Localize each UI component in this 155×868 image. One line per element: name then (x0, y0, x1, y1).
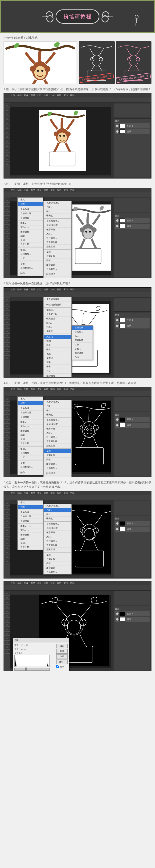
svg-point-28 (85, 231, 87, 232)
chalk-result-pink: 大王叫我来巡山 抓个人仔细一看 (116, 41, 152, 84)
ps-window-2: 文件编辑图像图层类型选择滤镜视图窗口帮助 (4, 188, 151, 278)
menu-select[interactable]: 选择 (44, 94, 48, 97)
ps-canvas-area[interactable] (10, 103, 114, 178)
svg-rect-52 (75, 550, 104, 567)
svg-point-45 (90, 429, 92, 430)
svg-point-55 (67, 620, 81, 634)
ps-window-5b: 文件编辑图像图层类型选择滤镜视图窗口帮助 (4, 581, 151, 671)
svg-point-3 (44, 66, 50, 72)
auto-button[interactable]: 自动 (56, 654, 68, 659)
visibility-icon[interactable] (116, 130, 118, 133)
histogram (14, 655, 50, 667)
canvas-monkey-inverted (65, 505, 114, 574)
image-menu-popup[interactable]: 模式 调整 自动色调 自动对比度 自动颜色 图像大小... 画布大小... 图像… (17, 500, 43, 550)
ps-panels[interactable]: 图层 图层 1 背景 (114, 103, 151, 178)
svg-point-29 (89, 231, 91, 232)
image-menu-popup[interactable]: 模式 调整 自动色调 自动对比度 自动颜色 图像大小... 画布大小... 图像… (17, 197, 43, 276)
step1-text: 1.选一张小伙伴们喜欢的图片简单抠图拖进PS里，因为今年是猴年嘛，所以我就选择了… (4, 87, 151, 92)
move-tool-icon[interactable] (4, 103, 10, 107)
options-button[interactable]: 选项... (56, 659, 68, 664)
step4-text: 4.点击：图像—调整—反相，或者使用快捷键ctrl+I，这时候是不是有点点粉笔的… (4, 381, 151, 385)
svg-point-49 (84, 528, 94, 540)
svg-rect-47 (65, 505, 114, 574)
ok-button[interactable]: 确定 (56, 644, 68, 648)
ps-toolbox[interactable] (4, 197, 10, 278)
step5-text: 5.点击：图像—调整—色阶，或者使用快捷键ctrl+L。这个操作的目的是让主体看… (4, 480, 151, 489)
step-4: 4.点击：图像—调整—反相，或者使用快捷键ctrl+I，这时候是不是有点点粉笔的… (4, 381, 151, 477)
intro-text: 小伙伴们先来看下对比图吧！ (4, 36, 151, 40)
svg-point-44 (86, 429, 88, 430)
menu-filter[interactable]: 滤镜 (50, 94, 55, 97)
layer-row[interactable]: 背景 (115, 129, 150, 134)
original-image (4, 41, 77, 84)
scrollbar-horizontal[interactable] (10, 176, 111, 178)
visibility-icon[interactable] (116, 125, 118, 127)
cancel-button[interactable]: 取消 (56, 649, 68, 654)
canvas-monkey-gray (65, 205, 112, 271)
ps-menubar[interactable]: 文件编辑图像图层类型选择滤镜视图窗口帮助 (4, 188, 151, 192)
preview-checkbox[interactable]: 预览 (56, 665, 68, 669)
svg-point-26 (80, 227, 84, 232)
svg-point-18 (54, 131, 59, 136)
svg-point-56 (62, 619, 68, 626)
svg-point-41 (84, 426, 94, 437)
menu-window[interactable]: 窗口 (64, 94, 68, 97)
ps-window-4: 文件编辑图像图层类型选择滤镜视图窗口帮助 (4, 387, 151, 477)
stylize-submenu[interactable]: 查找边缘 等高线... 风... 浮雕效果... 扩散... 拼贴... 曝光过… (72, 326, 93, 360)
ps-canvas-area[interactable]: 模式 调整 自动色调 自动对比度 自动颜色 图像大小... 画布大小... 图像… (10, 197, 114, 278)
ps-menubar[interactable]: 文件 编辑 图像 图层 类型 选择 滤镜 视图 窗口 帮助 (4, 93, 151, 97)
ps-options-bar[interactable] (4, 97, 151, 103)
svg-point-25 (83, 228, 93, 239)
step-2: 2.点击：图像—调整—去色或者使用快捷键ctrl+shift+u。 文件编辑图像… (4, 182, 151, 278)
svg-point-4 (37, 70, 39, 72)
svg-point-20 (60, 135, 61, 137)
ps-window-1: 文件 编辑 图像 图层 类型 选择 滤镜 视图 窗口 帮助 (4, 93, 151, 179)
title-cloud: 粉笔画教程 (55, 9, 100, 24)
step-3: 3.然后滤镜—风格化—查找边缘，这样轮廓就粗来啦！ 文件编辑图像图层类型选择滤镜… (4, 281, 151, 377)
svg-point-5 (41, 70, 43, 72)
svg-rect-22 (49, 152, 75, 166)
input-levels-slider[interactable] (14, 668, 50, 671)
adjustments-submenu[interactable]: 亮度/对比度... 色阶... 曲线... 曝光度... 自然饱和度... 色相… (43, 504, 72, 575)
filter-menu-popup[interactable]: 上次滤镜操作 转换为智能滤镜 滤镜库... 自适应广角... 镜头校正... 液… (43, 297, 72, 377)
layer-row[interactable]: 图层 1 (115, 123, 150, 128)
tutorial-header: 粉笔画教程 (0, 0, 155, 33)
dialog-title: 色阶 (13, 638, 69, 643)
scrollbar-vertical[interactable] (111, 103, 114, 178)
step-5: 5.点击：图像—调整—色阶，或者使用快捷键ctrl+L。这个操作的目的是让主体看… (4, 480, 151, 671)
canvas-monkey-inverted (65, 401, 114, 472)
svg-point-27 (92, 227, 96, 232)
svg-rect-30 (75, 248, 101, 264)
svg-point-50 (80, 528, 85, 533)
step3-text: 3.然后滤镜—风格化—查找边缘，这样轮廓就粗来啦！ (4, 281, 151, 286)
menu-file[interactable]: 文件 (11, 94, 15, 97)
svg-point-2 (30, 66, 36, 72)
svg-point-51 (93, 528, 99, 533)
svg-point-57 (80, 619, 86, 626)
canvas-monkey-color (39, 110, 86, 171)
svg-point-1 (34, 66, 46, 79)
image-menu-popup[interactable]: 模式 调整 自动色调 自动对比度 自动颜色 图像大小... 画布大小... 图像… (17, 397, 43, 475)
adjustments-submenu[interactable]: 亮度/对比度... 色阶... 曲线... 曝光度... 自然饱和度... 色相… (43, 400, 72, 477)
svg-point-19 (66, 131, 71, 136)
svg-point-43 (93, 425, 99, 430)
menu-help[interactable]: 帮助 (70, 94, 74, 97)
menu-image[interactable]: 图像 (24, 94, 28, 97)
layers-panel[interactable]: 图层 图层 1 背景 (114, 118, 151, 178)
menu-edit[interactable]: 编辑 (17, 94, 22, 97)
chalk-result-white: 大王叫我来巡山 抓个人仔细一看 (79, 41, 115, 84)
adjustments-submenu[interactable]: 亮度/对比度... 色阶... 曲线... 曝光度... 自然饱和度... 色相… (43, 201, 72, 278)
comparison-row: 大王叫我来巡山 抓个人仔细一看 大王叫我来巡山 抓个人仔细一看 (4, 41, 151, 84)
menu-layer[interactable]: 图层 (31, 94, 35, 97)
ps-window-3: 文件编辑图像图层类型选择滤镜视图窗口帮助 (4, 287, 151, 378)
step2-text: 2.点击：图像—调整—去色或者使用快捷键ctrl+shift+u。 (4, 182, 151, 186)
page-title: 粉笔画教程 (63, 13, 92, 20)
menu-view[interactable]: 视图 (57, 94, 61, 97)
step-1: 1.选一张小伙伴们喜欢的图片简单抠图拖进PS里，因为今年是猴年嘛，所以我就选择了… (4, 87, 151, 179)
layers-label: 图层 (115, 120, 150, 123)
levels-dialog[interactable]: 色阶 确定 取消 自动 选项... 预览 预设： 默认值 通道： RGB 输入色… (13, 638, 69, 671)
menu-type[interactable]: 类型 (37, 94, 41, 97)
color-panel[interactable] (114, 103, 151, 117)
ps-toolbox[interactable] (4, 103, 10, 178)
svg-point-21 (63, 135, 65, 137)
